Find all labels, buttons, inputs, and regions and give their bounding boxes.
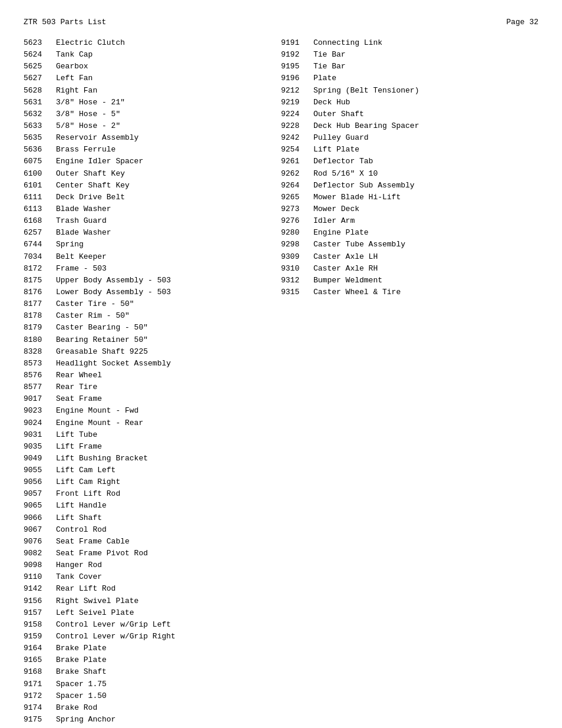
part-number: 5625 [24, 61, 56, 73]
part-name: Lift Cam Right [56, 476, 120, 488]
part-name: Control Rod [56, 524, 107, 536]
part-number: 5627 [24, 73, 56, 84]
part-name: Spring [56, 239, 84, 251]
part-name: Connecting Link [313, 37, 382, 49]
part-number: 9172 [24, 690, 56, 702]
list-item: 6257Blade Washer [24, 227, 281, 239]
part-number: 9171 [24, 678, 56, 690]
part-name: Right Fan [56, 85, 97, 97]
part-name: Rear Wheel [56, 370, 102, 381]
list-item: 9212Spring (Belt Tensioner) [281, 85, 538, 97]
part-name: Caster Axle RH [313, 263, 378, 275]
left-column: 5623Electric Clutch5624Tank Cap5625Gearb… [24, 37, 281, 728]
part-name: Engine Plate [313, 227, 369, 239]
part-name: Idler Arm [313, 215, 355, 227]
list-item: 9174Brake Rod [24, 702, 281, 714]
part-name: Caster Bearing - 50" [56, 322, 148, 334]
part-number: 9264 [281, 180, 313, 192]
list-item: 9310Caster Axle RH [281, 263, 538, 275]
list-item: 9055Lift Cam Left [24, 465, 281, 476]
list-item: 9164Brake Plate [24, 643, 281, 654]
part-number: 9195 [281, 61, 313, 73]
part-number: 8180 [24, 334, 56, 346]
list-item: 56335/8" Hose - 2" [24, 120, 281, 132]
list-item: 9168Brake Shaft [24, 666, 281, 678]
part-number: 9056 [24, 476, 56, 488]
part-number: 7034 [24, 251, 56, 263]
part-number: 5628 [24, 85, 56, 97]
page-number: Page 32 [506, 18, 538, 27]
part-name: Lift Frame [56, 441, 102, 453]
part-name: Seat Frame Cable [56, 536, 130, 548]
part-number: 9262 [281, 168, 313, 180]
part-number: 9168 [24, 666, 56, 678]
part-name: Brake Shaft [56, 666, 107, 678]
part-number: 9157 [24, 607, 56, 619]
part-name: Pulley Guard [313, 132, 369, 144]
part-name: Frame - 503 [56, 263, 107, 275]
part-name: Tank Cover [56, 571, 102, 583]
part-number: 8179 [24, 322, 56, 334]
part-number: 6100 [24, 168, 56, 180]
part-number: 9017 [24, 393, 56, 405]
part-number: 9254 [281, 144, 313, 156]
right-parts-list: 9191Connecting Link9192Tie Bar9195Tie Ba… [281, 37, 538, 298]
part-name: Engine Idler Spacer [56, 156, 143, 167]
list-item: 56313/8" Hose - 21" [24, 97, 281, 108]
part-number: 5624 [24, 49, 56, 61]
part-name: Lower Body Assembly - 503 [56, 286, 171, 298]
part-name: Blade Washer [56, 227, 111, 239]
page-title: ZTR 503 Parts List [24, 18, 106, 27]
part-number: 9315 [281, 286, 313, 298]
part-number: 9312 [281, 275, 313, 286]
part-number: 9067 [24, 524, 56, 536]
part-name: Brake Plate [56, 643, 107, 654]
list-item: 9264Deflector Sub Assembly [281, 180, 538, 192]
part-number: 9196 [281, 73, 313, 84]
part-number: 9049 [24, 453, 56, 465]
part-number: 9065 [24, 500, 56, 512]
part-number: 6113 [24, 203, 56, 215]
list-item: 9156Right Swivel Plate [24, 595, 281, 607]
part-name: Left Fan [56, 73, 92, 84]
part-name: Electric Clutch [56, 37, 125, 49]
part-number: 5631 [24, 97, 56, 108]
part-name: Lift Shaft [56, 512, 102, 524]
list-item: 9110Tank Cover [24, 571, 281, 583]
list-item: 8573Headlight Socket Assembly [24, 358, 281, 370]
list-item: 9023Engine Mount - Fwd [24, 405, 281, 417]
part-number: 8178 [24, 310, 56, 322]
part-number: 9023 [24, 405, 56, 417]
list-item: 9262Rod 5/16" X 10 [281, 168, 538, 180]
part-number: 6168 [24, 215, 56, 227]
list-item: 8178Caster Rim - 50" [24, 310, 281, 322]
list-item: 9280Engine Plate [281, 227, 538, 239]
part-name: Hanger Rod [56, 559, 102, 571]
part-name: Mower Deck [313, 203, 359, 215]
part-number: 8328 [24, 346, 56, 358]
list-item: 9157Left Seivel Plate [24, 607, 281, 619]
part-name: Right Swivel Plate [56, 595, 138, 607]
list-item: 9175Spring Anchor [24, 714, 281, 726]
list-item: 9309Caster Axle LH [281, 251, 538, 263]
list-item: 6100Outer Shaft Key [24, 168, 281, 180]
part-name: Brake Lever [56, 726, 107, 728]
part-number: 9158 [24, 619, 56, 631]
part-number: 9228 [281, 120, 313, 132]
list-item: 9191Connecting Link [281, 37, 538, 49]
list-item: 5636Brass Ferrule [24, 144, 281, 156]
part-name: Spring (Belt Tensioner) [313, 85, 419, 97]
part-number: 9175 [24, 714, 56, 726]
part-number: 6101 [24, 180, 56, 192]
list-item: 5627Left Fan [24, 73, 281, 84]
list-item: 9158Control Lever w/Grip Left [24, 619, 281, 631]
part-number: 6075 [24, 156, 56, 167]
part-name: Upper Body Assembly - 503 [56, 275, 171, 286]
list-item: 9254Lift Plate [281, 144, 538, 156]
part-name: Engine Mount - Rear [56, 417, 143, 429]
part-name: Engine Mount - Fwd [56, 405, 138, 417]
part-name: Rear Lift Rod [56, 583, 115, 595]
part-name: Spacer 1.75 [56, 678, 107, 690]
part-number: 5636 [24, 144, 56, 156]
part-number: 6744 [24, 239, 56, 251]
